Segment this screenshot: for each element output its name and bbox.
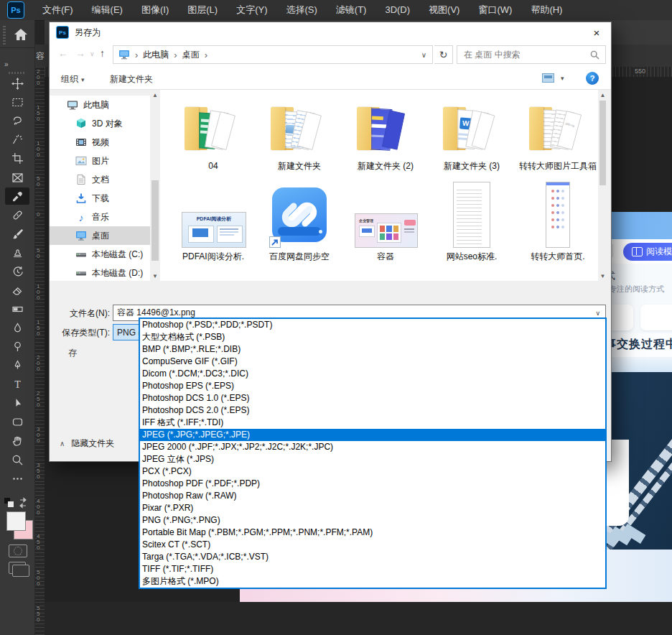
collapse-panel-button[interactable]: » [4, 60, 9, 68]
scroll-up-icon[interactable]: ▲ [150, 90, 160, 100]
gradient-tool[interactable] [5, 300, 29, 318]
sidebar-item-文档[interactable]: 文档 [50, 170, 150, 189]
dialog-titlebar[interactable]: Ps 另存为 × [50, 22, 611, 42]
chevron-down-icon[interactable]: ∨ [592, 310, 605, 317]
sidebar-item-视频[interactable]: 视频 [50, 133, 150, 152]
scrollbar-thumb[interactable] [599, 101, 606, 185]
filetype-option[interactable]: PCX (*.PCX) [140, 465, 605, 478]
filetype-option[interactable]: TIFF (*.TIF;*.TIFF) [140, 563, 605, 575]
eyedropper-tool[interactable] [5, 187, 29, 205]
stamp-tool[interactable] [5, 244, 29, 261]
file-item[interactable]: 转转大师首页. [515, 186, 598, 262]
more-tool[interactable] [5, 470, 29, 487]
filetype-option[interactable]: Photoshop EPS (*.EPS) [140, 380, 605, 392]
organize-button[interactable]: 组织▾ [61, 73, 85, 85]
panel-grip[interactable] [9, 72, 26, 74]
menu-图像(I)[interactable]: 图像(I) [132, 0, 178, 20]
scrollbar-thumb[interactable] [151, 180, 159, 261]
breadcrumb-item-this-pc[interactable]: 此电脑 [143, 49, 169, 61]
breadcrumb[interactable]: › 此电脑 › 桌面 › ∨ [113, 45, 433, 64]
file-item[interactable]: 百度网盘同步空 [256, 186, 342, 262]
eraser-tool[interactable] [5, 282, 29, 299]
foreground-color-swatch[interactable] [6, 511, 26, 531]
up-button[interactable]: ↑ [100, 47, 105, 59]
help-icon[interactable]: ? [586, 72, 599, 85]
filetype-option[interactable]: 多图片格式 (*.MPO) [140, 575, 605, 588]
filetype-option[interactable]: Dicom (*.DCM;*.DC3;*.DIC) [140, 368, 605, 380]
home-icon[interactable] [12, 26, 29, 43]
brush-tool[interactable] [5, 226, 29, 243]
document-tab-title-fragment[interactable]: 容 [36, 50, 45, 62]
menu-帮助(H)[interactable]: 帮助(H) [521, 0, 571, 20]
back-button[interactable]: ← [58, 47, 68, 59]
forward-button[interactable]: → [75, 47, 85, 59]
file-item[interactable]: 新建文件夹 (2) [342, 96, 429, 172]
blur-tool[interactable] [5, 320, 29, 337]
wand-tool[interactable] [5, 131, 29, 149]
filetype-option[interactable]: 大型文档格式 (*.PSB) [140, 331, 605, 343]
history-tool[interactable] [5, 263, 29, 280]
sidebar-scrollbar[interactable]: ▲ ▼ [150, 90, 160, 281]
menu-图层(L)[interactable]: 图层(L) [178, 0, 227, 20]
menu-视图(V)[interactable]: 视图(V) [419, 0, 469, 20]
shape-tool[interactable] [5, 414, 29, 431]
search-input[interactable]: 在 桌面 中搜索 [457, 45, 606, 64]
filetype-option[interactable]: Photoshop DCS 2.0 (*.EPS) [140, 404, 605, 417]
lasso-tool[interactable] [5, 112, 29, 129]
filetype-option[interactable]: CompuServe GIF (*.GIF) [140, 356, 605, 368]
file-item[interactable]: 04 [170, 96, 256, 172]
frame-tool[interactable] [5, 169, 29, 186]
panel-grip[interactable] [3, 26, 6, 45]
file-item[interactable]: 网站seo标准. [429, 186, 515, 262]
sidebar-item-桌面[interactable]: 桌面 [50, 226, 150, 245]
filetype-option[interactable]: BMP (*.BMP;*.RLE;*.DIB) [140, 343, 605, 356]
scroll-up-icon[interactable]: ▲ [598, 90, 607, 100]
pen-tool[interactable] [5, 357, 29, 374]
quick-mask-icon[interactable] [9, 544, 27, 557]
filetype-option[interactable]: Photoshop DCS 1.0 (*.EPS) [140, 392, 605, 404]
heal-tool[interactable] [5, 206, 29, 223]
breadcrumb-item-desktop[interactable]: 桌面 [182, 49, 200, 61]
file-item[interactable]: Silbi ng转转大师图片工具箱 [515, 96, 598, 172]
file-item[interactable]: 企业管理容器 [342, 186, 429, 262]
sidebar-item-图片[interactable]: 图片 [50, 152, 150, 170]
sidebar-item-3D 对象[interactable]: 3D 对象 [50, 114, 150, 133]
marquee-tool[interactable] [5, 93, 29, 111]
filetype-option[interactable]: Targa (*.TGA;*.VDA;*.ICB;*.VST) [140, 551, 605, 563]
change-view-button[interactable]: ▾ [542, 73, 564, 83]
file-item[interactable]: 新建文件夹 [256, 96, 342, 172]
filetype-option[interactable]: JPEG 2000 (*.JPF;*.JPX;*.JP2;*.J2C;*.J2K… [140, 441, 605, 453]
menu-编辑(E)[interactable]: 编辑(E) [83, 0, 132, 20]
filetype-option[interactable]: Portable Bit Map (*.PBM;*.PGM;*.PPM;*.PN… [140, 527, 605, 539]
menu-文件(F)[interactable]: 文件(F) [33, 0, 83, 20]
menu-滤镜(T)[interactable]: 滤镜(T) [327, 0, 376, 20]
close-icon[interactable]: × [582, 22, 611, 42]
filetype-option[interactable]: Photoshop (*.PSD;*.PDD;*.PSDT) [140, 319, 605, 331]
menu-选择(S)[interactable]: 选择(S) [276, 0, 326, 20]
dodge-tool[interactable] [5, 338, 29, 356]
file-item[interactable]: PDFAI阅读分析PDFAI阅读分析. [170, 186, 256, 262]
new-folder-button[interactable]: 新建文件夹 [110, 73, 153, 85]
recent-locations-button[interactable]: ∨ [90, 50, 95, 57]
crop-tool[interactable] [5, 150, 29, 167]
screen-mode-icon[interactable] [9, 562, 26, 574]
filetype-option[interactable]: Pixar (*.PXR) [140, 502, 605, 514]
hand-tool[interactable] [5, 432, 29, 450]
filetype-option[interactable]: PNG (*.PNG;*.PNG) [140, 514, 605, 527]
scroll-down-icon[interactable]: ▼ [598, 271, 607, 281]
refresh-icon[interactable]: ↻ [434, 45, 453, 64]
file-list-scrollbar[interactable]: ▲ ▼ [598, 90, 607, 281]
filetype-option[interactable]: Photoshop PDF (*.PDF;*.PDP) [140, 478, 605, 490]
swap-colors-icon[interactable] [3, 497, 32, 509]
filetype-option[interactable]: JPEG 立体 (*.JPS) [140, 453, 605, 465]
sidebar-item-下载[interactable]: 下载 [50, 189, 150, 208]
sidebar-item-音乐[interactable]: ♪音乐 [50, 208, 150, 226]
select-tool[interactable] [5, 394, 29, 412]
file-item[interactable]: W新建文件夹 (3) [429, 96, 515, 172]
menu-3D(D)[interactable]: 3D(D) [375, 0, 419, 20]
sidebar-item-本地磁盘 (C:)[interactable]: 本地磁盘 (C:) [50, 245, 150, 264]
menu-窗口(W)[interactable]: 窗口(W) [469, 0, 521, 20]
menu-文字(Y)[interactable]: 文字(Y) [227, 0, 276, 20]
move-tool[interactable] [5, 75, 29, 92]
sidebar-item-本地磁盘 (D:)[interactable]: 本地磁盘 (D:) [50, 264, 150, 281]
